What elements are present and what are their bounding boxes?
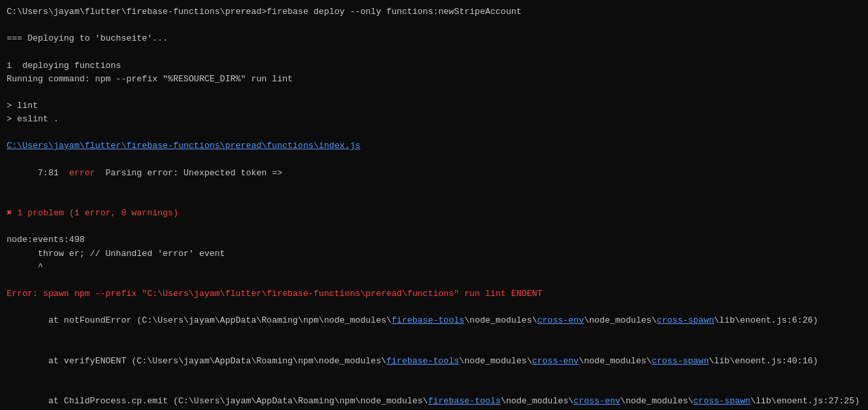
line-blank3: [7, 86, 861, 99]
line-lint: > lint: [7, 99, 861, 113]
line-deploying-header: === Deploying to 'buchseite'...: [7, 32, 861, 45]
line-at-verify: at verifyENOENT (C:\Users\jayam\AppData\…: [7, 341, 861, 381]
line-at-cp-emit1: at ChildProcess.cp.emit (C:\Users\jayam\…: [7, 381, 861, 410]
line-eslint: > eslint .: [7, 113, 861, 126]
line-blank1: [7, 19, 861, 32]
line-blank4: [7, 126, 861, 139]
line-throw: throw er; // Unhandled 'error' event: [7, 247, 861, 261]
line-cmd-path: C:\Users\jayam\flutter\firebase-function…: [7, 5, 861, 19]
line-problem-count: ✖ 1 problem (1 error, 0 warnings): [7, 207, 861, 220]
line-blank5: [7, 193, 861, 207]
terminal-window: C:\Users\jayam\flutter\firebase-function…: [0, 0, 868, 410]
line-running-command: Running command: npm --prefix "%RESOURCE…: [7, 73, 861, 86]
line-caret: ^: [7, 261, 861, 274]
line-at-notfound: at notFoundError (C:\Users\jayam\AppData…: [7, 301, 861, 341]
line-deploying-functions: i deploying functions: [7, 59, 861, 73]
line-error-spawn: Error: spawn npm --prefix "C:\Users\jaya…: [7, 287, 861, 301]
line-blank6: [7, 220, 861, 233]
line-error-detail: 7:81 error Parsing error: Unexpected tok…: [7, 153, 861, 193]
line-blank2: [7, 45, 861, 59]
line-node-events: node:events:498: [7, 233, 861, 247]
line-file-path: C:\Users\jayam\flutter\firebase-function…: [7, 139, 861, 153]
line-blank7: [7, 274, 861, 287]
